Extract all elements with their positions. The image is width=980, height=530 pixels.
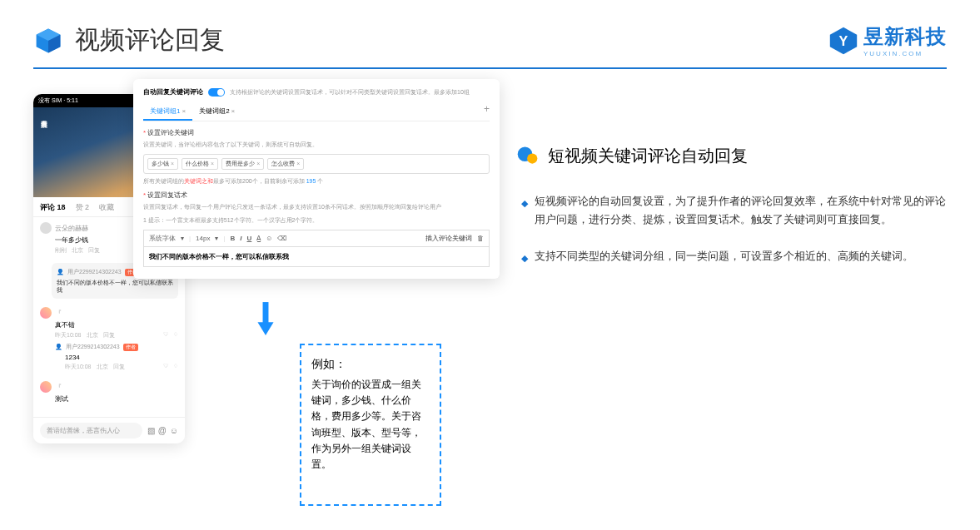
avatar <box>40 381 52 393</box>
auto-reply-toggle[interactable] <box>208 88 225 97</box>
remove-tag-icon[interactable]: × <box>211 161 214 166</box>
tab-likes[interactable]: 赞 2 <box>76 202 90 213</box>
comment-item: 『 真不错 昨天10:08北京回复♡♢ 👤用户2299214302243作者 1… <box>33 302 185 376</box>
reply-text: 我们不同的版本价格不一样，您可以私信联系我 <box>57 279 173 294</box>
section-title: 短视频关键词评论自动回复 <box>548 145 748 167</box>
reply-editor[interactable]: 我们不同的版本价格不一样，您可以私信联系我 <box>143 247 490 267</box>
italic-button[interactable]: I <box>240 235 241 242</box>
keyword-tag: 什么价格× <box>182 158 218 170</box>
avatar <box>40 222 52 234</box>
chevron-down-icon: ▾ <box>215 235 218 242</box>
auto-reply-description: 支持根据评论的关键词设置回复话术，可以针对不同类型关键词设置回复话术。最多添加1… <box>230 88 470 97</box>
svg-point-7 <box>527 153 537 163</box>
tag-text: 怎么收费 <box>271 161 295 166</box>
description-column: 短视频关键词评论自动回复 ◆ 短视频评论的自动回复设置，为了提升作者的评论回复效… <box>516 94 947 285</box>
diamond-icon: ◆ <box>521 250 528 266</box>
comment-location: 北京 <box>97 363 108 371</box>
feature-list: ◆ 短视频评论的自动回复设置，为了提升作者的评论回复效率，在系统中针对常见的评论… <box>516 192 947 266</box>
page-title: 视频评论回复 <box>75 23 225 57</box>
comment-text: 真不错 <box>55 320 178 329</box>
cube-icon <box>33 26 63 56</box>
brand-logo: Y 昱新科技 YUUXIN.COM <box>828 23 947 57</box>
example-text: 关于询价的设置成一组关键词，多少钱、什么价格，费用多少等。关于咨询班型、版本、型… <box>311 377 430 473</box>
reply-field-description: 设置回复话术，每回复一个用户评论只发送一条话术，最多支持设置10条不同话术。按照… <box>143 203 490 211</box>
comment-input[interactable]: 善语结善缘，恶言伤人心 <box>40 423 142 438</box>
person-icon: 👤 <box>57 269 64 275</box>
header-divider <box>33 67 947 69</box>
comment-item: 『 测试 <box>33 376 185 409</box>
comment-location: 北京 <box>87 331 98 339</box>
arrow-icon <box>255 300 276 340</box>
like-icon[interactable]: ♡ <box>163 363 168 371</box>
diamond-icon: ◆ <box>521 196 528 229</box>
section-header: 短视频关键词评论自动回复 <box>516 144 947 167</box>
close-icon[interactable]: × <box>182 107 186 115</box>
tab-label: 关键词组2 <box>199 107 229 115</box>
logo-icon: Y <box>828 26 858 56</box>
comment-username: 『 <box>55 309 62 318</box>
comment-time: 昨天10:08 <box>55 331 82 339</box>
comment-username: 云朵的赫赫 <box>55 224 88 233</box>
reply-field-label: 设置回复话术 <box>143 191 490 200</box>
keyword-input[interactable]: 多少钱× 什么价格× 费用是多少× 怎么收费× <box>143 154 490 174</box>
keyword-field-description: 设置关键词，当评论框内容包含了以下关键词，则系统可自动回复。 <box>143 141 490 149</box>
feature-text: 支持不同类型的关键词分组，同一类问题，可设置多个相近的、高频的关键词。 <box>535 247 913 266</box>
keyword-group-tab-2[interactable]: 关键词组2× <box>192 103 241 121</box>
remove-tag-icon[interactable]: × <box>256 161 260 166</box>
dislike-icon[interactable]: ♢ <box>173 363 178 371</box>
tab-comments[interactable]: 评论 18 <box>40 202 66 213</box>
keyword-field-label: 设置评论关键词 <box>143 128 490 137</box>
keyword-config-panel: 自动回复关键词评论 支持根据评论的关键词设置回复话术，可以针对不同类型关键词设置… <box>133 79 500 279</box>
tag-text: 多少钱 <box>152 161 169 166</box>
comment-text: 测试 <box>55 394 178 404</box>
emoji-icon[interactable]: ☺ <box>170 426 178 435</box>
add-group-button[interactable]: + <box>484 103 490 121</box>
comment-time: 刚刚 <box>55 246 67 255</box>
delete-button[interactable]: 🗑 <box>477 235 484 242</box>
list-item: ◆ 支持不同类型的关键词分组，同一类问题，可设置多个相近的、高频的关键词。 <box>521 247 947 266</box>
comment-input-bar: 善语结善缘，恶言伤人心 ▧ @ ☺ <box>33 417 185 443</box>
keyword-tag: 费用是多少× <box>221 158 264 170</box>
subreply-username: 用户2299214302243 <box>66 343 120 351</box>
reply-char-hint: 1 提示：一个富文本框最多支持512个字符。一个汉字占用2个字符。 <box>143 216 490 225</box>
clear-button[interactable]: ⌫ <box>277 235 286 242</box>
feature-text: 短视频评论的自动回复设置，为了提升作者的评论回复效率，在系统中针对常见的评论用户… <box>535 192 947 229</box>
mention-icon[interactable]: @ <box>158 426 167 435</box>
color-button[interactable]: A̲ <box>256 235 261 242</box>
comment-username: 『 <box>55 383 62 392</box>
reply-link[interactable]: 回复 <box>103 331 115 339</box>
auto-reply-label: 自动回复关键词评论 <box>143 87 203 97</box>
dislike-icon[interactable]: ♢ <box>173 331 178 339</box>
example-callout: 例如： 关于询价的设置成一组关键词，多少钱、什么价格，费用多少等。关于咨询班型、… <box>300 344 441 506</box>
keyword-tag: 多少钱× <box>147 158 178 170</box>
bold-button[interactable]: B <box>231 235 236 242</box>
svg-marker-5 <box>257 322 273 335</box>
emoji-button[interactable]: ☺ <box>266 235 272 242</box>
avatar <box>40 307 52 319</box>
comment-location: 北京 <box>72 246 83 255</box>
author-badge: 作者 <box>123 344 138 351</box>
chevron-down-icon: ▾ <box>181 235 184 242</box>
reply-username: 用户2299214302243 <box>67 268 122 276</box>
remove-tag-icon[interactable]: × <box>296 161 300 166</box>
keyword-group-tab-1[interactable]: 关键词组1× <box>143 103 192 121</box>
underline-button[interactable]: U <box>247 235 252 242</box>
tab-favorites[interactable]: 收藏 <box>99 202 114 213</box>
insert-keyword-button[interactable]: 插入评论关键词 <box>425 234 472 243</box>
rich-text-toolbar: 系统字体▾ | 14px▾ | B I U A̲ ☺ ⌫ 插入评论关键词 🗑 <box>143 230 490 247</box>
svg-text:Y: Y <box>839 33 848 48</box>
list-item: ◆ 短视频评论的自动回复设置，为了提升作者的评论回复效率，在系统中针对常见的评论… <box>521 192 947 229</box>
like-icon[interactable]: ♡ <box>163 331 168 339</box>
image-icon[interactable]: ▧ <box>147 426 155 435</box>
size-select[interactable]: 14px <box>196 235 210 242</box>
reply-link[interactable]: 回复 <box>113 363 125 371</box>
close-icon[interactable]: × <box>231 107 236 115</box>
tag-text: 费用是多少 <box>226 161 255 166</box>
font-select[interactable]: 系统字体 <box>149 234 176 243</box>
logo-text-sub: YUUXIN.COM <box>863 50 947 57</box>
remove-tag-icon[interactable]: × <box>171 161 174 166</box>
keyword-tag: 怎么收费× <box>267 158 304 170</box>
illustration-area: 没有 SIM · 5:11 冬有冬天温度 评论 18 赞 2 收藏 云朵的赫赫 … <box>33 94 491 285</box>
reply-link[interactable]: 回复 <box>88 246 100 255</box>
tag-text: 什么价格 <box>186 161 209 166</box>
